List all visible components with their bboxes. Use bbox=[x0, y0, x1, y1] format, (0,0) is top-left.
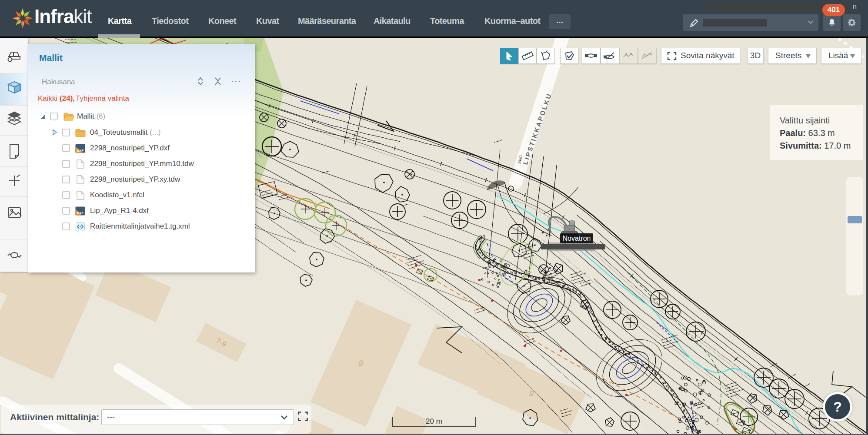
svg-text:DXF: DXF bbox=[77, 211, 83, 215]
svg-text:20 m: 20 m bbox=[426, 417, 442, 425]
svg-text:DXF: DXF bbox=[77, 149, 83, 153]
svg-text:Novatron: Novatron bbox=[563, 235, 591, 242]
